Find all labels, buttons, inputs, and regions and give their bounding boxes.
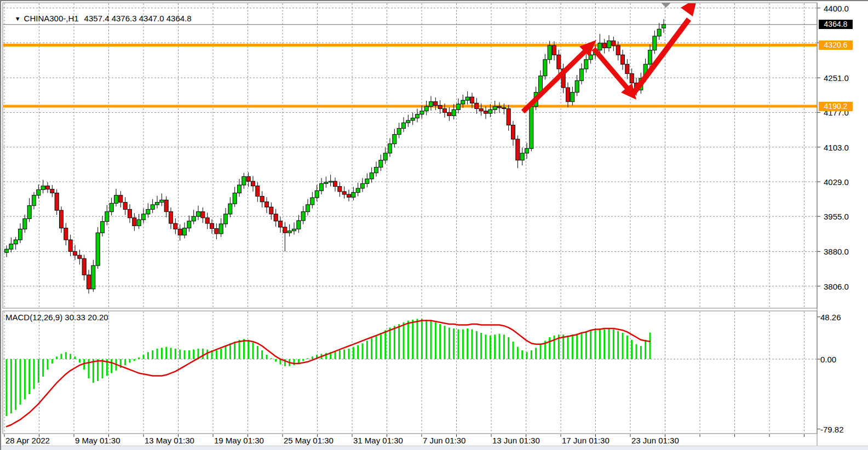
chart-shift-marker-icon[interactable] [661, 3, 671, 8]
window-bottom-strip [1, 446, 868, 450]
symbol-dropdown-icon[interactable]: ▼ [15, 15, 21, 22]
price-axis-label: 3955.0 [824, 212, 849, 221]
time-axis-label: 19 May 01:30 [214, 436, 264, 445]
current-price-badge: 4364.8 [819, 20, 853, 29]
resistance-level-badge: 4320.6 [819, 41, 853, 50]
time-axis-label: 25 May 01:30 [284, 436, 334, 445]
macd-pane-border [3, 311, 817, 434]
main-pane-border [3, 3, 817, 308]
price-axis-label: 3806.0 [824, 282, 849, 291]
time-axis-label: 13 May 01:30 [145, 436, 194, 445]
symbol-period-label: CHINA300-,H1 [24, 14, 79, 23]
price-axis-label: 4400.0 [824, 4, 849, 13]
macd-indicator-label: MACD(12,26,9) 30.33 20.20 [5, 313, 108, 322]
macd-axis-label: 0.00 [820, 355, 836, 364]
time-axis-label: 13 Jun 01:30 [492, 436, 540, 445]
chart-window: ▼CHINA300-,H14357.4 4376.3 4347.0 4364.8… [0, 0, 868, 450]
price-axis-label: 4103.0 [824, 143, 849, 152]
macd-axis-label: 48.26 [820, 313, 841, 322]
chart-canvas[interactable] [1, 1, 868, 450]
support-level-badge: 4190.2 [819, 102, 853, 111]
time-axis-label: 7 Jun 01:30 [423, 436, 465, 445]
time-axis-label: 28 Apr 2022 [5, 436, 50, 445]
price-axis-label: 3880.0 [824, 247, 849, 256]
time-axis-label: 23 Jun 01:30 [631, 436, 679, 445]
price-axis-label: 4251.0 [824, 73, 849, 83]
ohlc-values: 4357.4 4376.3 4347.0 4364.8 [84, 14, 192, 23]
time-axis-label: 17 Jun 01:30 [562, 436, 610, 445]
macd-axis-label: -79.82 [820, 425, 844, 434]
time-axis-label: 31 May 01:30 [353, 436, 403, 445]
time-axis-label: 9 May 01:30 [75, 436, 120, 445]
price-axis-label: 4029.0 [824, 177, 849, 187]
chart-title: ▼CHINA300-,H14357.4 4376.3 4347.0 4364.8 [5, 4, 192, 32]
